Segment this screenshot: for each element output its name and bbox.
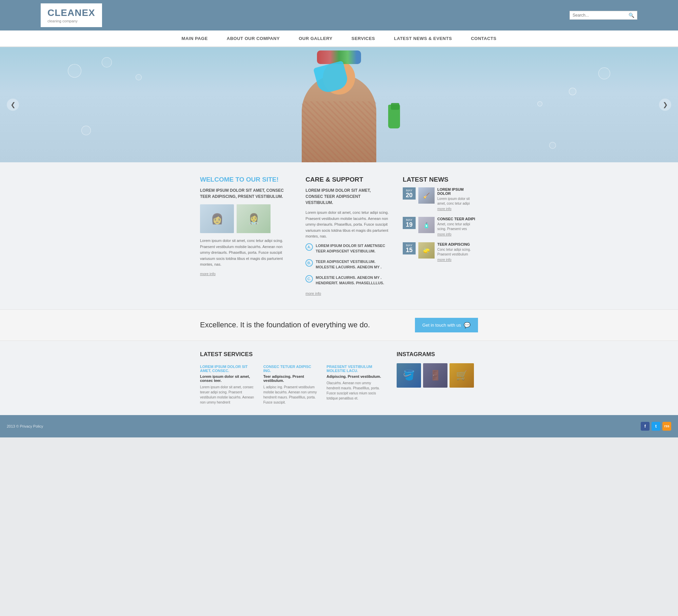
nav-gallery[interactable]: OUR GALLERY (289, 30, 342, 46)
news-content-3: TEER ADIPISCING Conc tetur adipi scing. … (437, 242, 478, 262)
logo-title: CLEANEX (47, 7, 95, 18)
news-body-1: Lorem ipsum dolor sit amet, conc tetur a… (437, 197, 478, 206)
search-button[interactable]: 🔍 (629, 13, 634, 18)
get-touch-button[interactable]: Get in touch with us 💬 (415, 318, 478, 332)
logo-subtitle: cleaning company (47, 19, 95, 23)
news-date-2: may 19 (403, 217, 416, 229)
insta-thumb-2[interactable]: 🚪 (423, 363, 447, 388)
search-box[interactable]: 🔍 (570, 11, 637, 20)
services-title: LATEST SERVICES (200, 351, 383, 358)
news-more-2[interactable]: more info (437, 232, 478, 236)
service-item-3: PRAESENT VESTIBULUM MOLESTIE LACU. Adipi… (326, 365, 383, 405)
news-item-2: may 19 🧴 CONSEC TEER ADIPI Amet, conc te… (403, 217, 478, 236)
care-text-c: MOLESTIE LACUIRHS. AENEON MY . HENDRERIT… (316, 275, 389, 286)
main-content: WELCOME to our SITE! LOREM IPSUM DOLOR S… (193, 162, 485, 309)
service-link-1[interactable]: LOREM IPSUM DOLOR SIT AMET, CONSEC. (200, 365, 257, 373)
nav-main-page[interactable]: MAIN PAGE (172, 30, 217, 46)
services-section: LATEST SERVICES LOREM IPSUM DOLOR SIT AM… (200, 351, 383, 405)
news-thumb-2: 🧴 (418, 217, 435, 233)
search-input[interactable] (573, 13, 629, 18)
rss-icon[interactable]: rss (662, 422, 671, 431)
nav-about[interactable]: ABOUT OUR COMPANY (217, 30, 289, 46)
care-text-a: LOREM IPSUM DOLOR SIT AMETNSEC TEER ADIP… (316, 243, 389, 254)
services-insta-area: LATEST SERVICES LOREM IPSUM DOLOR SIT AM… (193, 341, 485, 415)
welcome-more-link[interactable]: more info (200, 272, 216, 276)
care-letter-a: A. (305, 243, 313, 251)
news-more-1[interactable]: more info (437, 207, 478, 211)
excellence-text: Excellence. It is the foundation of ever… (200, 321, 370, 329)
news-thumb-3: 🧽 (418, 242, 435, 259)
service-link-2[interactable]: CONSEC TETUER ADIPISC ING. (263, 365, 320, 373)
care-more-link[interactable]: more info (305, 291, 321, 295)
news-date-3: may 15 (403, 242, 416, 254)
news-title: LATEST NEWS (403, 176, 478, 183)
news-section: LATEST NEWS may 20 🧹 LOREM IPSUM DOLOR L… (403, 176, 478, 296)
chat-icon: 💬 (464, 322, 471, 328)
twitter-icon[interactable]: t (652, 422, 660, 431)
nav-contacts[interactable]: CONTACTS (461, 30, 506, 46)
slider-next-button[interactable]: ❯ (659, 99, 671, 111)
footer-copy: 2013 © Privacy Policy (7, 424, 43, 428)
news-content-1: LOREM IPSUM DOLOR Lorem ipsum dolor sit … (437, 187, 478, 211)
care-item-a: A. LOREM IPSUM DOLOR SIT AMETNSEC TEER A… (305, 243, 389, 254)
care-letter-c: C. (305, 275, 313, 283)
news-content-2: CONSEC TEER ADIPI Amet, conc tetur adipi… (437, 217, 478, 236)
care-item-b: B. TEER ADIPISCENT VESTIBULUM. MOLESTIE … (305, 259, 389, 270)
service-body-3: Olacuirhs. Aenean non ummy hendrerit mau… (326, 381, 383, 401)
insta-thumb-1[interactable]: 🪣 (397, 363, 421, 388)
service-body-2: L adipisc ing. Praesent vestibulum molst… (263, 385, 320, 405)
care-title: CARE & SUPPORT (305, 176, 389, 183)
welcome-photos: 👩 👩‍⚕️ (200, 204, 292, 233)
slider-image (0, 47, 678, 162)
insta-title: INSTAGRAMS (397, 351, 478, 358)
care-body: Lorem ipsum dolor sit amet, conc tetur a… (305, 210, 389, 240)
welcome-title: WELCOME to our SITE! (200, 176, 292, 183)
instagram-section: INSTAGRAMS 🪣 🚪 🛒 (397, 351, 478, 405)
news-title-1: LOREM IPSUM DOLOR (437, 187, 478, 196)
news-more-3[interactable]: more info (437, 258, 478, 262)
care-intro: LOREM IPSUM DOLOR SIT AMET, CONSEC TEER … (305, 187, 389, 206)
news-body-2: Amet, conc tetur adipi scing. Praesent v… (437, 222, 478, 231)
service-subtitle-1: Lorem ipsum dolor sit amet, consec teer. (200, 374, 257, 383)
news-thumb-1: 🧹 (418, 187, 435, 204)
insta-thumb-3[interactable]: 🛒 (450, 363, 474, 388)
news-item-3: may 15 🧽 TEER ADIPISCING Conc tetur adip… (403, 242, 478, 262)
excellence-bar: Excellence. It is the foundation of ever… (0, 309, 678, 341)
insta-grid: 🪣 🚪 🛒 (397, 363, 478, 388)
care-item-c: C. MOLESTIE LACUIRHS. AENEON MY . HENDRE… (305, 275, 389, 286)
nav-services[interactable]: SERVICES (342, 30, 385, 46)
service-item-2: CONSEC TETUER ADIPISC ING. Teer adipisci… (263, 365, 320, 405)
welcome-photo-2: 👩‍⚕️ (237, 204, 271, 233)
footer: 2013 © Privacy Policy f t rss (0, 415, 678, 437)
logo-box: CLEANEX cleaning company (41, 3, 102, 27)
nav-news-events[interactable]: LATEST NEWS & EVENTS (384, 30, 461, 46)
news-item-1: may 20 🧹 LOREM IPSUM DOLOR Lorem ipsum d… (403, 187, 478, 211)
main-nav: MAIN PAGE ABOUT OUR COMPANY OUR GALLERY … (0, 30, 678, 47)
services-grid: LOREM IPSUM DOLOR SIT AMET, CONSEC. Lore… (200, 365, 383, 405)
service-subtitle-3: Adipiscing. Prsent vestibulum. (326, 374, 383, 378)
care-section: CARE & SUPPORT LOREM IPSUM DOLOR SIT AME… (305, 176, 389, 296)
service-item-1: LOREM IPSUM DOLOR SIT AMET, CONSEC. Lore… (200, 365, 257, 405)
top-header: CLEANEX cleaning company 🔍 (0, 0, 678, 30)
welcome-intro: LOREM IPSUM DOLOR SIT AMET, CONSEC TEER … (200, 187, 292, 200)
news-title-2: CONSEC TEER ADIPI (437, 217, 478, 221)
service-subtitle-2: Teer adipiscing. Prsent vestibulum. (263, 374, 320, 383)
care-text-b: TEER ADIPISCENT VESTIBULUM. MOLESTIE LAC… (316, 259, 389, 270)
service-link-3[interactable]: PRAESENT VESTIBULUM MOLESTIE LACU. (326, 365, 383, 373)
slider-prev-button[interactable]: ❮ (7, 99, 19, 111)
welcome-section: WELCOME to our SITE! LOREM IPSUM DOLOR S… (200, 176, 292, 296)
news-body-3: Conc tetur adipi scing. Praesent vestibu… (437, 247, 478, 257)
news-date-1: may 20 (403, 187, 416, 200)
care-letter-b: B. (305, 259, 313, 267)
welcome-body: Lorem ipsum dolor sit amet, conc tetur a… (200, 238, 292, 268)
social-icons: f t rss (641, 422, 671, 431)
service-body-1: Lorem ipsum dolor sit amet, consec teeue… (200, 385, 257, 405)
welcome-photo-1: 👩 (200, 204, 234, 233)
news-title-3: TEER ADIPISCING (437, 242, 478, 246)
facebook-icon[interactable]: f (641, 422, 650, 431)
slider: ❮ ❯ (0, 47, 678, 162)
